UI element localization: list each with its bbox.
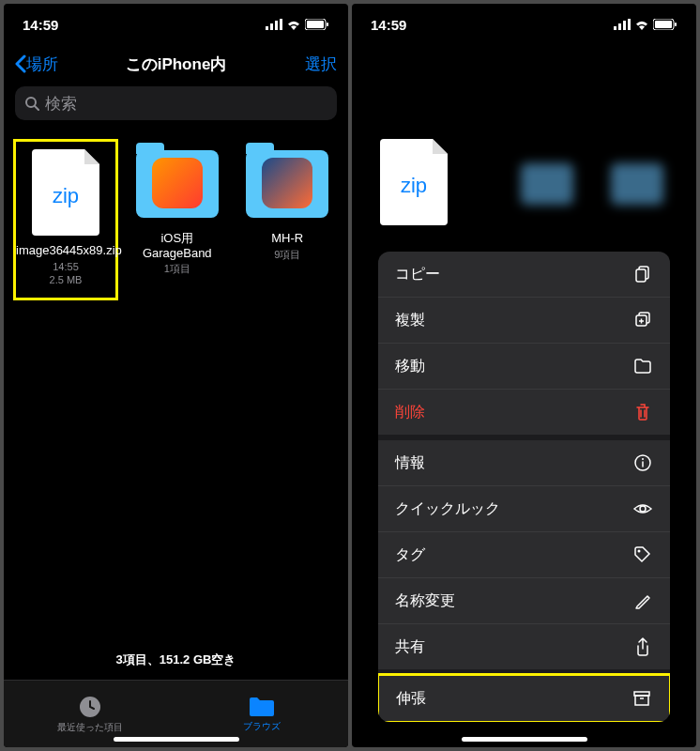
status-bar: 14:59 xyxy=(352,4,696,45)
archive-icon xyxy=(632,688,652,709)
right-phone: 14:59 zip コピー 複製 移動 削除 情報 xyxy=(352,4,696,747)
wifi-icon xyxy=(634,19,649,30)
file-time: 14:55 xyxy=(16,260,115,273)
svg-rect-3 xyxy=(280,19,282,30)
folder-icon xyxy=(632,356,653,376)
nav-back-button[interactable]: 場所 xyxy=(15,54,58,75)
context-file-preview: zip xyxy=(380,135,448,233)
battery-icon xyxy=(653,19,677,30)
svg-rect-5 xyxy=(307,21,324,28)
zip-file-icon: zip xyxy=(380,139,448,225)
svg-rect-16 xyxy=(675,23,677,26)
menu-share[interactable]: 共有 xyxy=(378,624,670,675)
menu-label: 複製 xyxy=(395,311,425,330)
svg-point-22 xyxy=(642,458,644,460)
menu-label: 情報 xyxy=(395,453,425,473)
mhr-app-icon xyxy=(262,158,312,208)
status-bar: 14:59 xyxy=(4,4,348,45)
menu-label: タグ xyxy=(395,545,425,565)
tag-icon xyxy=(632,544,653,565)
chevron-left-icon xyxy=(15,54,26,73)
pencil-icon xyxy=(632,590,653,611)
svg-rect-26 xyxy=(635,696,648,705)
svg-rect-1 xyxy=(270,23,273,30)
garageband-app-icon xyxy=(152,158,203,208)
file-name: image36445x89.zip xyxy=(16,243,115,258)
status-icons xyxy=(614,19,677,30)
search-input[interactable]: 検索 xyxy=(15,86,337,120)
folder-name: MH-R xyxy=(236,231,340,246)
status-time: 14:59 xyxy=(23,17,58,33)
nav-title: このiPhone内 xyxy=(126,54,227,75)
menu-copy[interactable]: コピー xyxy=(378,252,670,298)
svg-point-23 xyxy=(640,506,646,512)
zip-file-icon: zip xyxy=(32,149,99,236)
file-grid: zip image36445x89.zip 14:55 2.5 MB iOS用 … xyxy=(4,128,348,312)
eye-icon xyxy=(632,498,653,519)
menu-delete[interactable]: 削除 xyxy=(378,390,670,440)
menu-label: コピー xyxy=(395,265,440,284)
signal-icon xyxy=(266,19,282,30)
menu-label: 削除 xyxy=(395,403,425,422)
clock-icon xyxy=(78,695,102,719)
duplicate-icon xyxy=(632,310,653,330)
search-icon xyxy=(24,96,39,111)
svg-rect-2 xyxy=(275,21,278,30)
menu-info[interactable]: 情報 xyxy=(378,440,670,486)
file-item-zip[interactable]: zip image36445x89.zip 14:55 2.5 MB xyxy=(13,139,118,300)
menu-label: 共有 xyxy=(395,637,425,657)
svg-rect-13 xyxy=(628,19,631,30)
blurred-folder xyxy=(521,163,573,205)
menu-duplicate[interactable]: 複製 xyxy=(378,298,670,344)
trash-icon xyxy=(632,402,653,422)
signal-icon xyxy=(614,19,631,30)
menu-move[interactable]: 移動 xyxy=(378,344,670,390)
svg-rect-18 xyxy=(636,269,646,282)
folder-name: iOS用 GarageBand xyxy=(126,231,229,260)
nav-select-button[interactable]: 選択 xyxy=(305,54,337,75)
copy-icon xyxy=(632,264,653,284)
tab-label: 最近使った項目 xyxy=(57,721,123,734)
wifi-icon xyxy=(286,19,301,30)
svg-rect-15 xyxy=(655,21,672,28)
folder-icon xyxy=(136,150,219,218)
menu-extract[interactable]: 伸張 xyxy=(378,673,670,722)
file-size: 2.5 MB xyxy=(16,273,115,286)
folder-item-garageband[interactable]: iOS用 GarageBand 1項目 xyxy=(126,139,229,300)
share-icon xyxy=(632,636,653,657)
menu-label: 移動 xyxy=(395,357,425,376)
home-indicator[interactable] xyxy=(114,737,239,742)
folder-meta: 1項目 xyxy=(126,262,229,275)
folder-meta: 9項目 xyxy=(236,248,340,261)
folder-item-mhr[interactable]: MH-R 9項目 xyxy=(236,139,340,300)
nav-bar: 場所 このiPhone内 選択 xyxy=(4,45,348,83)
battery-icon xyxy=(305,19,329,30)
status-icons xyxy=(266,19,329,30)
left-phone: 14:59 場所 このiPhone内 選択 検索 zip image36445x… xyxy=(4,4,348,747)
blurred-background xyxy=(521,163,663,205)
folder-icon xyxy=(246,150,328,218)
folder-icon xyxy=(248,696,276,718)
status-time: 14:59 xyxy=(371,17,406,33)
info-icon xyxy=(632,452,653,473)
svg-rect-11 xyxy=(618,23,621,30)
menu-quicklook[interactable]: クイックルック xyxy=(378,486,670,532)
svg-rect-6 xyxy=(327,23,328,26)
menu-label: クイックルック xyxy=(395,499,500,519)
search-placeholder: 検索 xyxy=(45,93,77,115)
svg-rect-10 xyxy=(614,26,616,30)
svg-rect-0 xyxy=(266,26,268,30)
menu-tag[interactable]: タグ xyxy=(378,532,670,578)
nav-back-label: 場所 xyxy=(26,54,58,75)
blurred-folder xyxy=(611,163,663,205)
menu-label: 名称変更 xyxy=(395,591,455,611)
svg-line-8 xyxy=(35,106,38,110)
tab-label: ブラウズ xyxy=(243,720,281,733)
menu-label: 伸張 xyxy=(396,689,426,709)
menu-rename[interactable]: 名称変更 xyxy=(378,578,670,624)
home-indicator[interactable] xyxy=(462,737,587,742)
footer-status: 3項目、151.2 GB空き xyxy=(4,651,348,668)
svg-rect-12 xyxy=(623,21,626,30)
svg-point-24 xyxy=(638,550,641,553)
context-menu: コピー 複製 移動 削除 情報 クイックルック タグ 名称変更 xyxy=(378,252,670,722)
